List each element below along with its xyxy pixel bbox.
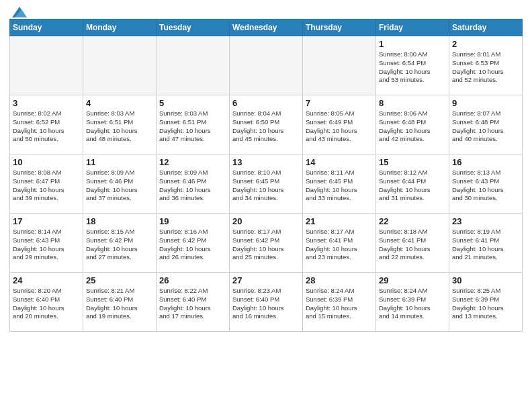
weekday-header: Friday	[376, 19, 449, 36]
calendar-cell: 17Sunrise: 8:14 AM Sunset: 6:43 PM Dayli…	[10, 214, 83, 273]
day-number: 23	[452, 216, 519, 226]
day-info: Sunrise: 8:21 AM Sunset: 6:40 PM Dayligh…	[86, 287, 153, 321]
day-info: Sunrise: 8:11 AM Sunset: 6:45 PM Dayligh…	[306, 169, 373, 203]
day-number: 13	[232, 157, 300, 167]
day-info: Sunrise: 8:09 AM Sunset: 6:46 PM Dayligh…	[86, 169, 153, 203]
calendar-cell: 29Sunrise: 8:24 AM Sunset: 6:39 PM Dayli…	[376, 273, 449, 332]
day-number: 15	[379, 157, 446, 167]
calendar-table: SundayMondayTuesdayWednesdayThursdayFrid…	[9, 19, 523, 332]
calendar-cell: 5Sunrise: 8:03 AM Sunset: 6:51 PM Daylig…	[157, 95, 230, 154]
calendar-cell	[303, 36, 376, 95]
day-info: Sunrise: 8:04 AM Sunset: 6:50 PM Dayligh…	[232, 109, 300, 144]
weekday-header: Monday	[83, 19, 157, 36]
day-info: Sunrise: 8:02 AM Sunset: 6:52 PM Dayligh…	[13, 109, 80, 144]
calendar-cell: 21Sunrise: 8:17 AM Sunset: 6:41 PM Dayli…	[303, 214, 376, 273]
calendar-cell: 10Sunrise: 8:08 AM Sunset: 6:47 PM Dayli…	[10, 154, 83, 214]
day-info: Sunrise: 8:06 AM Sunset: 6:48 PM Dayligh…	[379, 109, 446, 144]
calendar-cell: 25Sunrise: 8:21 AM Sunset: 6:40 PM Dayli…	[83, 273, 157, 332]
calendar-cell: 6Sunrise: 8:04 AM Sunset: 6:50 PM Daylig…	[230, 95, 303, 154]
day-info: Sunrise: 8:10 AM Sunset: 6:45 PM Dayligh…	[232, 169, 300, 203]
calendar-cell: 1Sunrise: 8:00 AM Sunset: 6:54 PM Daylig…	[376, 36, 449, 95]
day-number: 30	[452, 275, 519, 285]
calendar-cell: 24Sunrise: 8:20 AM Sunset: 6:40 PM Dayli…	[10, 273, 83, 332]
day-info: Sunrise: 8:01 AM Sunset: 6:53 PM Dayligh…	[452, 50, 519, 85]
day-info: Sunrise: 8:19 AM Sunset: 6:41 PM Dayligh…	[452, 228, 519, 262]
calendar-cell: 8Sunrise: 8:06 AM Sunset: 6:48 PM Daylig…	[376, 95, 449, 154]
calendar-cell: 18Sunrise: 8:15 AM Sunset: 6:42 PM Dayli…	[83, 214, 157, 273]
day-number: 20	[232, 216, 300, 226]
calendar-cell: 3Sunrise: 8:02 AM Sunset: 6:52 PM Daylig…	[10, 95, 83, 154]
calendar-cell: 30Sunrise: 8:25 AM Sunset: 6:39 PM Dayli…	[449, 273, 523, 332]
day-number: 2	[452, 39, 519, 49]
day-info: Sunrise: 8:03 AM Sunset: 6:51 PM Dayligh…	[159, 109, 226, 144]
day-number: 28	[306, 275, 373, 285]
calendar-cell	[157, 36, 230, 95]
day-info: Sunrise: 8:20 AM Sunset: 6:40 PM Dayligh…	[13, 287, 80, 321]
day-number: 22	[379, 216, 446, 226]
day-number: 17	[13, 216, 80, 226]
logo	[9, 7, 27, 15]
calendar-cell: 19Sunrise: 8:16 AM Sunset: 6:42 PM Dayli…	[157, 214, 230, 273]
day-number: 7	[306, 98, 373, 108]
day-info: Sunrise: 8:12 AM Sunset: 6:44 PM Dayligh…	[379, 169, 446, 203]
calendar-cell: 4Sunrise: 8:03 AM Sunset: 6:51 PM Daylig…	[83, 95, 157, 154]
day-info: Sunrise: 8:23 AM Sunset: 6:40 PM Dayligh…	[232, 287, 300, 321]
day-number: 12	[159, 157, 226, 167]
day-info: Sunrise: 8:25 AM Sunset: 6:39 PM Dayligh…	[452, 287, 519, 321]
calendar-cell: 11Sunrise: 8:09 AM Sunset: 6:46 PM Dayli…	[83, 154, 157, 214]
day-info: Sunrise: 8:14 AM Sunset: 6:43 PM Dayligh…	[13, 228, 80, 262]
calendar-cell: 9Sunrise: 8:07 AM Sunset: 6:48 PM Daylig…	[449, 95, 523, 154]
day-info: Sunrise: 8:03 AM Sunset: 6:51 PM Dayligh…	[86, 109, 153, 144]
day-info: Sunrise: 8:17 AM Sunset: 6:42 PM Dayligh…	[232, 228, 300, 262]
day-number: 6	[232, 98, 300, 108]
day-number: 25	[86, 275, 153, 285]
day-number: 4	[86, 98, 153, 108]
day-info: Sunrise: 8:15 AM Sunset: 6:42 PM Dayligh…	[86, 228, 153, 262]
weekday-header: Saturday	[449, 19, 523, 36]
calendar-cell: 12Sunrise: 8:09 AM Sunset: 6:46 PM Dayli…	[157, 154, 230, 214]
day-info: Sunrise: 8:13 AM Sunset: 6:43 PM Dayligh…	[452, 169, 519, 203]
weekday-header: Wednesday	[230, 19, 303, 36]
day-info: Sunrise: 8:22 AM Sunset: 6:40 PM Dayligh…	[159, 287, 226, 321]
calendar-cell: 20Sunrise: 8:17 AM Sunset: 6:42 PM Dayli…	[230, 214, 303, 273]
day-number: 5	[159, 98, 226, 108]
day-info: Sunrise: 8:16 AM Sunset: 6:42 PM Dayligh…	[159, 228, 226, 262]
page: SundayMondayTuesdayWednesdayThursdayFrid…	[0, 0, 532, 411]
calendar-cell: 7Sunrise: 8:05 AM Sunset: 6:49 PM Daylig…	[303, 95, 376, 154]
calendar-cell: 16Sunrise: 8:13 AM Sunset: 6:43 PM Dayli…	[449, 154, 523, 214]
calendar-cell: 28Sunrise: 8:24 AM Sunset: 6:39 PM Dayli…	[303, 273, 376, 332]
day-number: 29	[379, 275, 446, 285]
day-number: 24	[13, 275, 80, 285]
calendar-cell: 27Sunrise: 8:23 AM Sunset: 6:40 PM Dayli…	[230, 273, 303, 332]
calendar-cell: 2Sunrise: 8:01 AM Sunset: 6:53 PM Daylig…	[449, 36, 523, 95]
day-number: 8	[379, 98, 446, 108]
calendar-cell: 23Sunrise: 8:19 AM Sunset: 6:41 PM Dayli…	[449, 214, 523, 273]
day-number: 21	[306, 216, 373, 226]
day-info: Sunrise: 8:09 AM Sunset: 6:46 PM Dayligh…	[159, 169, 226, 203]
calendar-cell: 14Sunrise: 8:11 AM Sunset: 6:45 PM Dayli…	[303, 154, 376, 214]
day-number: 3	[13, 98, 80, 108]
calendar-cell	[10, 36, 83, 95]
calendar-cell: 26Sunrise: 8:22 AM Sunset: 6:40 PM Dayli…	[157, 273, 230, 332]
calendar-cell	[230, 36, 303, 95]
calendar-cell: 22Sunrise: 8:18 AM Sunset: 6:41 PM Dayli…	[376, 214, 449, 273]
weekday-header: Tuesday	[157, 19, 230, 36]
logo-icon	[12, 7, 27, 17]
day-number: 19	[159, 216, 226, 226]
day-info: Sunrise: 8:07 AM Sunset: 6:48 PM Dayligh…	[452, 109, 519, 144]
calendar-cell: 15Sunrise: 8:12 AM Sunset: 6:44 PM Dayli…	[376, 154, 449, 214]
day-number: 14	[306, 157, 373, 167]
day-info: Sunrise: 8:17 AM Sunset: 6:41 PM Dayligh…	[306, 228, 373, 262]
day-info: Sunrise: 8:05 AM Sunset: 6:49 PM Dayligh…	[306, 109, 373, 144]
day-info: Sunrise: 8:18 AM Sunset: 6:41 PM Dayligh…	[379, 228, 446, 262]
day-info: Sunrise: 8:24 AM Sunset: 6:39 PM Dayligh…	[306, 287, 373, 321]
day-number: 18	[86, 216, 153, 226]
day-number: 16	[452, 157, 519, 167]
day-number: 9	[452, 98, 519, 108]
day-info: Sunrise: 8:00 AM Sunset: 6:54 PM Dayligh…	[379, 50, 446, 85]
calendar-cell	[83, 36, 157, 95]
weekday-header: Sunday	[10, 19, 83, 36]
day-number: 27	[232, 275, 300, 285]
day-info: Sunrise: 8:24 AM Sunset: 6:39 PM Dayligh…	[379, 287, 446, 321]
day-number: 1	[379, 39, 446, 49]
